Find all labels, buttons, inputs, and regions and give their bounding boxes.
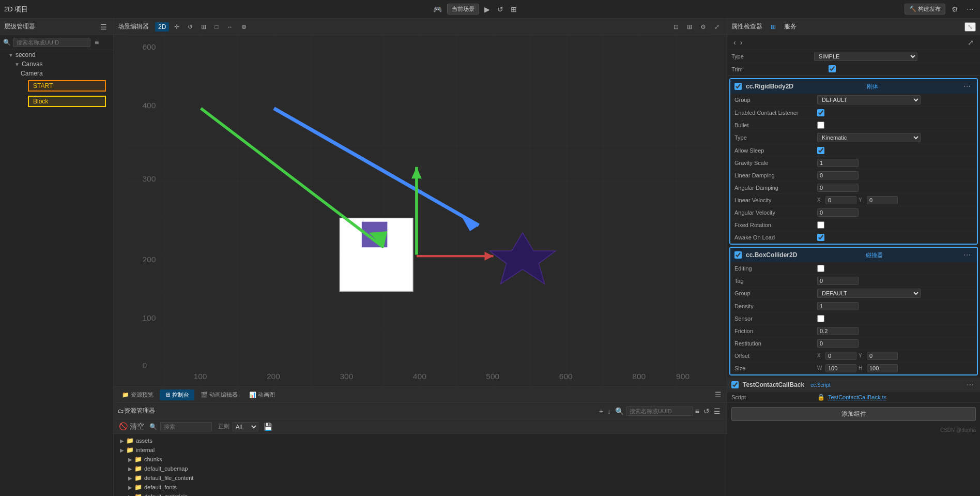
rigidbody-header[interactable]: cc.RigidBody2D 刚体 ⋯ xyxy=(730,79,977,94)
transform-btn[interactable]: ↔ xyxy=(224,22,236,32)
label-assets: assets xyxy=(136,438,152,444)
import-asset-btn[interactable]: ↓ xyxy=(605,406,613,416)
tab-console[interactable]: 🖥 控制台 xyxy=(160,389,194,400)
rb-awake-checkbox[interactable] xyxy=(817,234,824,241)
play-btn[interactable]: ▶ xyxy=(482,4,492,14)
asset-item-chunks[interactable]: ▶ 📁 chunks xyxy=(114,455,727,464)
asset-list-btn[interactable]: ≡ xyxy=(693,406,701,416)
rb-group-select[interactable]: DEFAULT xyxy=(817,95,921,104)
bc-offset-x-input[interactable] xyxy=(825,352,856,360)
nav-back-btn[interactable]: ‹ xyxy=(731,37,738,48)
mode-2d-btn[interactable]: 2D xyxy=(155,22,169,32)
grid-view-btn[interactable]: ⊞ xyxy=(771,23,776,31)
bc-restitution-input[interactable] xyxy=(817,339,859,348)
bc-group-select[interactable]: DEFAULT xyxy=(817,289,921,298)
bc-sensor-checkbox[interactable] xyxy=(817,315,824,322)
rb-angular-velocity-input[interactable] xyxy=(817,208,859,217)
console-search-input[interactable] xyxy=(160,422,212,431)
asset-item-materials[interactable]: ▶ 📁 default_materials xyxy=(114,492,727,496)
bc-tag-input[interactable] xyxy=(817,277,859,285)
scale-tool-btn[interactable]: ⊞ xyxy=(198,22,209,32)
more-btn[interactable]: ⋯ xyxy=(964,4,976,14)
asset-item-internal[interactable]: ▶ 📁 internal xyxy=(114,445,727,455)
tab-animation-graph[interactable]: 📊 动画图 xyxy=(244,389,280,400)
hierarchy-search-input[interactable] xyxy=(13,38,90,47)
grid-btn[interactable]: ⊞ xyxy=(509,4,519,14)
bc-size-w-input[interactable] xyxy=(825,364,856,372)
script-more-btn[interactable]: ⋯ xyxy=(964,380,976,390)
bc-group-label: Group xyxy=(734,290,817,296)
bc-size-h-input[interactable] xyxy=(867,364,898,372)
inspector-expand-btn[interactable]: ⤢ xyxy=(966,37,976,48)
rb-bullet-checkbox[interactable] xyxy=(817,122,824,129)
asset-item-assets[interactable]: ▶ 📁 assets xyxy=(114,436,727,445)
tree-item-canvas[interactable]: ▼ Canvas xyxy=(0,59,113,69)
inspector-header: 属性检查器 ⊞ 服务 ⤡ xyxy=(727,19,980,35)
bc-editing-checkbox[interactable] xyxy=(817,265,824,272)
tree-item-block[interactable]: Block xyxy=(3,95,110,108)
type-select[interactable]: SIMPLE POLYGON xyxy=(814,52,917,61)
script-enabled-checkbox[interactable] xyxy=(731,381,739,388)
rb-fixed-rotation-checkbox[interactable] xyxy=(817,221,824,229)
rb-lv-y-input[interactable] xyxy=(867,196,898,204)
build-publish-btn[interactable]: 🔨 构建发布 xyxy=(905,4,945,14)
anchor-btn[interactable]: ⊕ xyxy=(238,22,250,32)
rb-linear-damping-input[interactable] xyxy=(817,171,859,179)
boxcollider-header[interactable]: cc.BoxCollider2D 碰撞器 ⋯ xyxy=(730,248,977,262)
asset-item-file-content[interactable]: ▶ 📁 default_file_content xyxy=(114,473,727,483)
asset-item-cubemap[interactable]: ▶ 📁 default_cubemap xyxy=(114,464,727,473)
log-level-select[interactable]: All Error Warn Info xyxy=(233,422,258,431)
boxcollider-more-btn[interactable]: ⋯ xyxy=(961,250,973,260)
fullscreen-btn[interactable]: ⤢ xyxy=(711,22,723,32)
rb-contact-checkbox[interactable] xyxy=(817,109,824,116)
asset-menu-btn[interactable]: ☰ xyxy=(712,406,723,416)
scene-mode-btn[interactable]: 🎮 xyxy=(431,4,444,14)
settings-btn[interactable]: ⚙ xyxy=(950,4,960,14)
refresh-btn[interactable]: ↺ xyxy=(495,4,506,14)
nav-forward-btn[interactable]: › xyxy=(738,37,745,48)
bc-friction-input[interactable] xyxy=(817,327,859,335)
gear-scene-btn[interactable]: ⚙ xyxy=(697,22,709,32)
tree-item-second[interactable]: ▼ second xyxy=(0,50,113,59)
asset-search-input[interactable] xyxy=(626,407,693,416)
rigidbody-enabled-checkbox[interactable] xyxy=(734,83,742,90)
layout-btn[interactable]: ⊞ xyxy=(684,22,695,32)
rb-angular-damping-input[interactable] xyxy=(817,184,859,192)
rb-angular-damping-row: Angular Damping xyxy=(730,182,977,194)
services-tab[interactable]: 服务 xyxy=(784,22,797,31)
inspector-collapse-btn[interactable]: ⤡ xyxy=(964,22,976,32)
clear-console-btn[interactable]: 🚫 清空 xyxy=(117,421,146,432)
rb-allow-sleep-checkbox[interactable] xyxy=(817,147,824,154)
asset-item-fonts[interactable]: ▶ 📁 default_fonts xyxy=(114,483,727,492)
search-asset-btn[interactable]: 🔍 xyxy=(613,406,626,416)
bc-editing-label: Editing xyxy=(734,265,817,272)
script-header[interactable]: TestContactCallBack cc.Script ⋯ xyxy=(727,378,980,392)
rb-lv-x-input[interactable] xyxy=(825,196,856,204)
tree-item-start[interactable]: START xyxy=(3,79,110,93)
rb-type-select[interactable]: Kinematic Dynamic Static xyxy=(817,133,921,142)
bc-offset-y-input[interactable] xyxy=(867,352,898,360)
tree-item-camera[interactable]: Camera xyxy=(0,69,113,78)
rotate-tool-btn[interactable]: ↺ xyxy=(185,22,196,32)
bottom-menu-btn[interactable]: ☰ xyxy=(713,389,724,400)
rect-tool-btn[interactable]: □ xyxy=(211,22,221,32)
script-file-link[interactable]: TestContactCallBack.ts xyxy=(828,394,886,400)
boxcollider-enabled-checkbox[interactable] xyxy=(734,251,742,259)
hierarchy-menu-btn[interactable]: ☰ xyxy=(98,22,109,32)
current-scene-dropdown[interactable]: 当前场景 xyxy=(447,4,479,14)
move-tool-btn[interactable]: ✛ xyxy=(171,22,182,32)
rigidbody-chinese-label: 刚体 xyxy=(867,83,878,91)
bc-density-input[interactable] xyxy=(817,302,859,310)
view-mode-btn[interactable]: ⊡ xyxy=(670,22,682,32)
tab-asset-preview[interactable]: 📁 资源预览 xyxy=(117,389,159,400)
asset-refresh-btn[interactable]: ↺ xyxy=(701,406,712,416)
rigidbody-more-btn[interactable]: ⋯ xyxy=(961,81,973,92)
tab-animation-editor[interactable]: 🎬 动画编辑器 xyxy=(195,389,243,400)
add-component-btn[interactable]: 添加组件 xyxy=(731,407,976,421)
scene-canvas-area[interactable]: 600 400 300 200 100 0 100 200 300 400 50… xyxy=(114,35,727,386)
rb-gravity-input[interactable] xyxy=(817,159,859,167)
save-log-btn[interactable]: 💾 xyxy=(262,422,274,432)
add-asset-btn[interactable]: + xyxy=(597,406,605,416)
trim-checkbox[interactable] xyxy=(814,65,850,72)
hierarchy-list-btn[interactable]: ≡ xyxy=(93,37,101,48)
